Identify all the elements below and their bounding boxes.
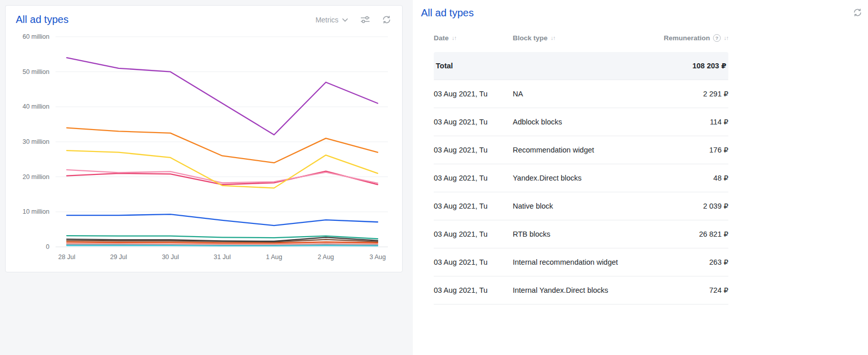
help-icon[interactable]: ? — [713, 34, 721, 42]
chart-settings-icon[interactable] — [360, 16, 370, 23]
x-tick-label: 2 Aug — [318, 253, 334, 261]
cell-total-remuneration: 108 203 ₽ — [655, 52, 728, 80]
cell-block-type: Recommendation widget — [513, 136, 655, 164]
x-tick-label: 3 Aug — [370, 253, 386, 261]
table-row: 03 Aug 2021, Tu Native block 2 039 ₽ — [434, 192, 728, 220]
total-row: Total 108 203 ₽ — [434, 52, 728, 80]
cell-block-type: RTB blocks — [513, 220, 655, 248]
cell-total-block-type — [513, 52, 655, 80]
table-row: 03 Aug 2021, Tu Internal recommendation … — [434, 248, 728, 276]
cell-date: 03 Aug 2021, Tu — [434, 80, 513, 108]
dashboard-page: All ad types Metrics — [0, 0, 868, 355]
cell-remuneration: 48 ₽ — [655, 164, 728, 192]
table-title: All ad types — [421, 7, 860, 19]
table-row: 03 Aug 2021, Tu Adblock blocks 114 ₽ — [434, 108, 728, 136]
cell-remuneration: 263 ₽ — [655, 248, 728, 276]
x-tick-label: 31 Jul — [214, 253, 230, 261]
sort-icon[interactable]: ↓↑ — [550, 35, 555, 41]
cell-date: 03 Aug 2021, Tu — [434, 192, 513, 220]
cell-date: 03 Aug 2021, Tu — [434, 276, 513, 305]
cell-block-type: NA — [513, 80, 655, 108]
chart-line-blue — [67, 214, 378, 225]
chart-line-orange — [67, 128, 378, 163]
column-label: Block type — [513, 34, 547, 42]
y-tick-label: 40 million — [22, 103, 49, 110]
y-tick-label: 50 million — [22, 68, 49, 75]
table-row: 03 Aug 2021, Tu Recommendation widget 17… — [434, 136, 728, 164]
x-tick-label: 28 Jul — [58, 253, 75, 261]
cell-block-type: Adblock blocks — [513, 108, 655, 136]
column-header-date[interactable]: Date ↓↑ — [434, 27, 513, 52]
cell-block-type: Native block — [513, 192, 655, 220]
y-tick-label: 20 million — [22, 173, 49, 181]
refresh-icon[interactable] — [382, 15, 391, 24]
y-tick-label: 10 million — [22, 208, 49, 215]
cell-remuneration: 26 821 ₽ — [655, 220, 728, 248]
chart-area[interactable]: 60 million50 million40 million30 million… — [16, 29, 391, 266]
table-row: 03 Aug 2021, Tu Yandex.Direct blocks 48 … — [434, 164, 728, 192]
line-chart: 60 million50 million40 million30 million… — [16, 29, 392, 264]
y-tick-label: 60 million — [22, 33, 49, 40]
table-refresh-icon[interactable] — [853, 8, 862, 17]
metrics-dropdown[interactable]: Metrics — [315, 16, 348, 24]
metrics-dropdown-label: Metrics — [315, 16, 338, 24]
cell-remuneration: 176 ₽ — [655, 136, 728, 164]
x-tick-label: 29 Jul — [110, 253, 127, 261]
chart-title: All ad types — [16, 14, 68, 26]
chart-card-header: All ad types Metrics — [16, 14, 391, 26]
sort-icon[interactable]: ↓↑ — [452, 35, 456, 41]
sort-icon[interactable]: ↓↑ — [724, 35, 728, 41]
y-tick-label: 30 million — [22, 138, 49, 145]
column-label: Remuneration — [664, 34, 710, 42]
table-row: 03 Aug 2021, Tu Internal Yandex.Direct b… — [434, 276, 728, 305]
chart-line-cyan — [67, 245, 378, 246]
chart-panel: All ad types Metrics — [5, 5, 403, 272]
column-header-remuneration[interactable]: Remuneration ? ↓↑ — [655, 27, 728, 52]
x-tick-label: 1 Aug — [266, 253, 282, 261]
table-row: 03 Aug 2021, Tu RTB blocks 26 821 ₽ — [434, 220, 728, 248]
cell-remuneration: 724 ₽ — [655, 276, 728, 305]
column-header-block-type[interactable]: Block type ↓↑ — [513, 27, 655, 52]
chevron-down-icon — [342, 18, 348, 22]
chart-line-purple — [67, 58, 378, 135]
cell-block-type: Internal Yandex.Direct blocks — [513, 276, 655, 305]
column-label: Date — [434, 34, 449, 42]
table-panel: All ad types Date ↓↑ — [413, 0, 868, 355]
cell-total-label: Total — [434, 52, 513, 80]
cell-date: 03 Aug 2021, Tu — [434, 108, 513, 136]
y-tick-label: 0 — [46, 243, 49, 250]
cell-remuneration: 2 291 ₽ — [655, 80, 728, 108]
x-tick-label: 30 Jul — [162, 253, 179, 261]
cell-block-type: Yandex.Direct blocks — [513, 164, 655, 192]
cell-remuneration: 2 039 ₽ — [655, 192, 728, 220]
table-header-row: Date ↓↑ Block type ↓↑ Remuneration — [434, 27, 728, 52]
table-body: Total 108 203 ₽ 03 Aug 2021, Tu NA 2 291… — [434, 52, 728, 305]
cell-block-type: Internal recommendation widget — [513, 248, 655, 276]
chart-controls: Metrics — [315, 15, 391, 24]
cell-remuneration: 114 ₽ — [655, 108, 728, 136]
table-row: 03 Aug 2021, Tu NA 2 291 ₽ — [434, 80, 728, 108]
chart-line-pink — [67, 170, 378, 183]
remuneration-table: Date ↓↑ Block type ↓↑ Remuneration — [434, 27, 728, 305]
cell-date: 03 Aug 2021, Tu — [434, 220, 513, 248]
cell-date: 03 Aug 2021, Tu — [434, 136, 513, 164]
cell-date: 03 Aug 2021, Tu — [434, 164, 513, 192]
cell-date: 03 Aug 2021, Tu — [434, 248, 513, 276]
